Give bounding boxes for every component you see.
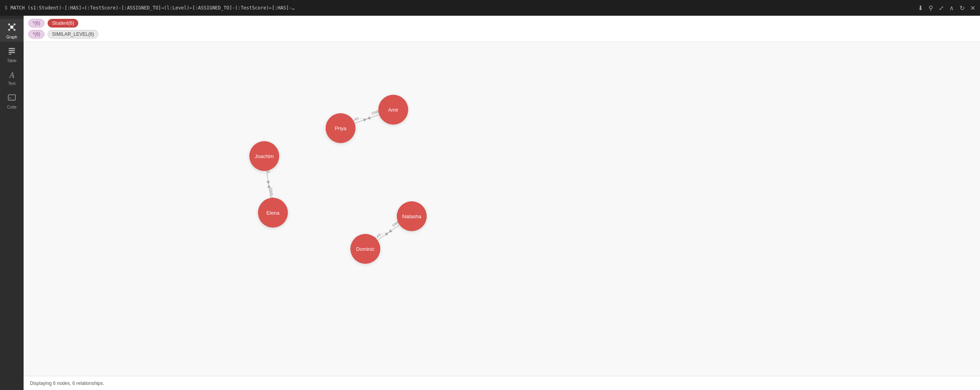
tags-row-2: *(6) SIMILAR_LEVEL(6) [28,30,975,39]
collapse-icon[interactable]: ∧ [949,4,954,12]
node-joachim[interactable]: Joachim [249,141,279,171]
svg-line-15 [355,119,367,123]
code-icon: >_ [8,94,16,103]
top-bar-actions: ⬇ ⚲ ⤢ ∧ ↻ ✕ [918,4,975,12]
close-icon[interactable]: ✕ [970,4,975,12]
svg-line-24 [389,225,400,233]
graph-canvas[interactable]: SIMILAR...SIMILAR...SIMILAR...SIMILAR...… [24,42,980,376]
svg-line-20 [269,184,271,198]
top-bar: $ MATCH (s1:Student)-[:HAS]→(:TestScore)… [0,0,980,16]
content-area: *(6) Student(6) *(6) SIMILAR_LEVEL(6) SI… [24,16,980,390]
svg-rect-11 [9,52,15,53]
graph-svg: SIMILAR...SIMILAR...SIMILAR...SIMILAR...… [24,42,980,376]
dollar-sign: $ [5,5,7,11]
node-dominic[interactable]: Dominic [350,234,380,264]
status-text: Displaying 6 nodes, 6 relationships. [30,381,104,386]
tag-asterisk-1[interactable]: *(6) [28,19,44,28]
svg-rect-12 [9,54,11,55]
sidebar-item-text[interactable]: A Text [0,67,24,88]
node-priya[interactable]: Priya [326,113,356,143]
refresh-icon[interactable]: ↻ [960,4,965,12]
tags-bar: *(6) Student(6) *(6) SIMILAR_LEVEL(6) [24,16,980,42]
status-bar: Displaying 6 nodes, 6 relationships. [24,376,980,390]
svg-text:>_: >_ [9,96,13,100]
tag-similar-level[interactable]: SIMILAR_LEVEL(6) [48,30,98,39]
tag-asterisk-2[interactable]: *(6) [28,30,44,39]
node-amir[interactable]: Amir [378,95,408,125]
download-icon[interactable]: ⬇ [918,4,923,12]
sidebar: Graph Table A Text >_ [0,16,24,390]
main-container: Graph Table A Text >_ [0,16,980,390]
svg-rect-10 [9,50,15,51]
tag-student[interactable]: Student(6) [48,19,78,28]
svg-line-19 [267,171,269,184]
svg-line-23 [378,233,389,241]
text-icon: A [9,71,14,80]
expand-icon[interactable]: ⤢ [939,4,944,12]
sidebar-code-label: Code [7,105,17,109]
sidebar-table-label: Table [7,59,17,63]
sidebar-item-table[interactable]: Table [0,43,24,65]
table-icon [8,47,16,57]
pin-icon[interactable]: ⚲ [928,4,933,12]
sidebar-item-code[interactable]: >_ Code [0,90,24,112]
sidebar-graph-label: Graph [6,35,17,39]
svg-rect-9 [9,48,15,49]
tags-row-1: *(6) Student(6) [28,19,975,28]
query-text: MATCH (s1:Student)-[:HAS]→(:TestScore)-[… [11,5,915,11]
graph-icon [7,23,16,33]
node-natasha[interactable]: Natasha [397,201,427,231]
node-elena[interactable]: Elena [258,198,288,228]
svg-line-16 [367,115,379,119]
sidebar-item-graph[interactable]: Graph [0,19,24,42]
sidebar-text-label: Text [8,81,15,86]
